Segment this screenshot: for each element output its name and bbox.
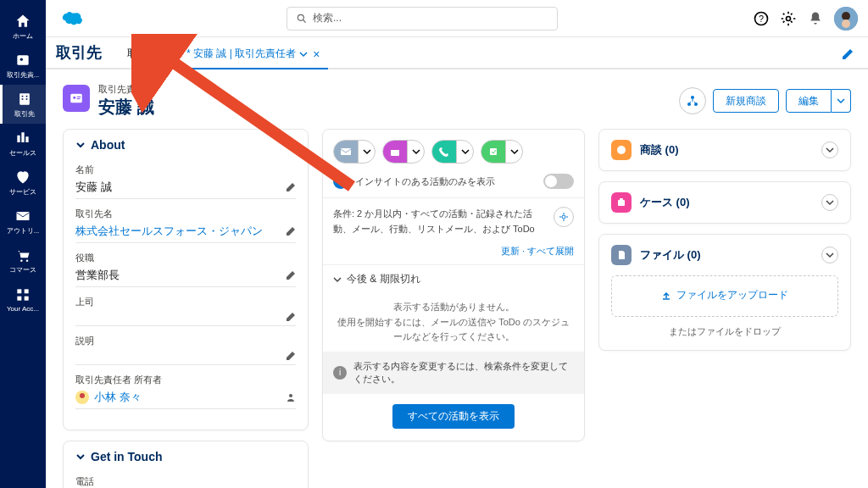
user-avatar[interactable] [834,7,858,30]
owner-link[interactable]: 小林 奈々 [75,388,296,409]
svg-rect-11 [25,289,29,293]
change-owner-icon[interactable] [286,392,296,402]
chevron-down-icon [299,50,308,58]
nav-label: サービス [9,187,36,197]
edit-field-icon[interactable] [286,312,296,322]
search-input[interactable]: 検索... [287,7,558,30]
related-opportunities[interactable]: 商談 (0) [598,129,851,171]
related-cases[interactable]: ケース (0) [598,181,851,224]
nav-label: アウトリ... [7,226,40,236]
account-icon [16,91,33,108]
bell-icon[interactable] [807,10,824,27]
nav-label: セールス [9,148,36,158]
close-tab-icon[interactable]: × [313,47,320,61]
gear-icon[interactable] [780,10,797,27]
nav-youracct[interactable]: Your Acc... [0,280,46,319]
svg-rect-3 [21,95,23,97]
email-action[interactable] [333,140,376,164]
svg-text:?: ? [759,14,764,24]
edit-icon[interactable] [841,47,854,61]
get-in-touch-header[interactable]: Get in Touch [64,441,308,472]
svg-rect-7 [17,212,30,220]
name-value: 安藤 誠 [75,178,296,199]
related-menu-button[interactable] [821,141,838,158]
task-action[interactable] [481,140,523,164]
svg-point-14 [298,14,303,20]
nav-home[interactable]: ホーム [0,7,46,46]
description-value [75,349,296,365]
svg-rect-13 [25,296,29,300]
nav-commerce[interactable]: コマース [0,241,46,280]
call-action[interactable] [431,140,474,164]
calendar-icon [389,146,401,158]
account-link[interactable]: 株式会社セールスフォース・ジャパン [75,222,296,243]
search-icon [296,13,308,25]
expand-all-link[interactable]: すべて展開 [527,246,574,256]
nav-outreach[interactable]: アウトリ... [0,202,46,241]
nav-account[interactable]: 取引先 [0,85,46,124]
sales-icon [14,130,31,147]
related-menu-button[interactable] [821,247,838,263]
nav-contact[interactable]: 取引先責... [0,46,46,85]
home-icon [14,13,31,30]
help-icon[interactable]: ? [753,10,770,27]
nav-label: コマース [9,265,36,274]
upcoming-section-header[interactable]: 今後 & 期限切れ [323,264,584,293]
chevron-down-icon [363,147,371,156]
filter-condition-text: 条件: 2 か月以内・すべての活動・記録された活動、メール、行動、リストメール、… [333,207,547,236]
new-opportunity-button[interactable]: 新規商談 [713,89,779,113]
hierarchy-button[interactable] [679,87,706,114]
file-upload-zone[interactable]: ファイルをアップロード [611,275,838,317]
chevron-down-icon [837,97,845,105]
show-all-activity-button[interactable]: すべての活動を表示 [392,404,515,429]
left-navigation: ホーム 取引先責... 取引先 セールス サービス アウトリ... コマース Y… [0,0,46,488]
svg-rect-33 [391,148,399,150]
insight-toggle[interactable] [543,174,574,189]
mail-icon [14,208,31,225]
field-label: 取引先名 [75,208,296,220]
refresh-link[interactable]: 更新 [501,246,520,256]
edit-field-icon[interactable] [286,270,296,280]
svg-point-9 [26,259,29,262]
tab-accounts[interactable]: 取引先 [119,40,178,68]
chevron-down-icon [826,146,834,154]
content-grid: About 名前安藤 誠 取引先名株式会社セールスフォース・ジャパン 役職営業部… [46,129,868,488]
nav-sales[interactable]: セールス [0,124,46,163]
related-menu-button[interactable] [821,194,838,211]
svg-rect-5 [21,98,23,100]
filter-settings-button[interactable] [554,207,574,227]
edit-field-icon[interactable] [286,351,296,361]
edit-button[interactable]: 編集 [786,89,832,113]
tab-contact-record[interactable]: * 安藤 誠 | 取引先責任者 × [178,40,328,69]
related-files-header[interactable]: ファイル (0) [599,235,850,275]
info-banner: i 表示する内容を変更するには、検索条件を変更してください。 [323,352,584,394]
nav-service[interactable]: サービス [0,163,46,202]
svg-point-36 [562,215,565,219]
about-header[interactable]: About [64,130,308,160]
svg-point-19 [842,12,850,20]
edit-field-icon[interactable] [286,226,296,236]
svg-rect-2 [19,93,30,104]
grid-icon [14,286,31,303]
empty-activity-text: 表示する活動がありません。 使用を開始するには、メールの送信や ToDo のスケ… [323,293,584,352]
event-action[interactable] [382,140,425,164]
upload-button[interactable]: ファイルをアップロード [661,288,788,302]
global-header: 検索... ? [46,0,868,37]
svg-rect-0 [17,55,28,65]
field-label: 名前 [75,164,296,176]
record-header: 取引先責任者 安藤 誠 新規商談 編集 [46,69,868,129]
related-files: ファイル (0) ファイルをアップロード またはファイルをドロップ [598,234,851,351]
field-label: 取引先責任者 所有者 [75,374,296,386]
svg-point-37 [617,146,626,154]
field-label: 上司 [75,296,296,308]
chevron-down-icon [333,275,342,284]
service-icon [14,169,31,186]
nav-label: ホーム [13,31,33,41]
svg-rect-24 [77,98,81,99]
svg-rect-34 [490,148,497,155]
svg-point-35 [337,178,344,185]
field-label: 電話 [75,475,296,488]
more-actions-button[interactable] [832,89,851,113]
chevron-down-icon [412,147,420,156]
edit-field-icon[interactable] [286,182,296,192]
